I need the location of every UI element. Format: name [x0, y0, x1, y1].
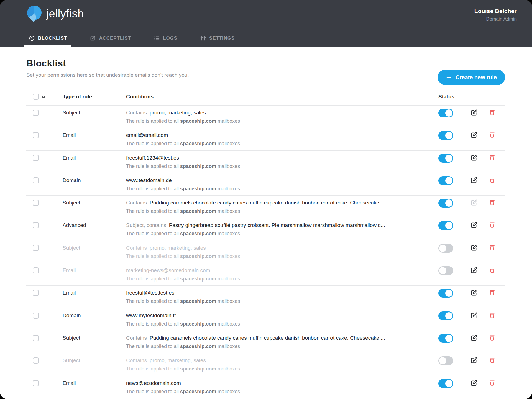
edit-icon[interactable]	[470, 244, 477, 251]
delete-icon[interactable]	[489, 267, 496, 274]
edit-icon[interactable]	[470, 222, 477, 229]
condition-prefix: Contains	[126, 357, 147, 363]
row-checkbox[interactable]	[33, 267, 39, 273]
tab-settings[interactable]: SETTINGS	[196, 31, 239, 47]
condition-prefix: Subject, contains	[126, 222, 166, 228]
table-row: Email freestuff.1234@test.es The rule is…	[26, 150, 505, 173]
edit-icon[interactable]	[470, 334, 477, 341]
status-toggle[interactable]	[438, 289, 453, 298]
applied-to-text: The rule is applied to all spaceship.com…	[126, 253, 438, 260]
condition-value: www.mytestdomain.fr	[126, 313, 176, 318]
table-row: Subject Containspromo, marketing, sales …	[26, 105, 505, 128]
status-toggle[interactable]	[438, 154, 453, 163]
condition-prefix: Contains	[126, 335, 147, 341]
list-icon	[154, 35, 160, 41]
row-checkbox[interactable]	[33, 200, 39, 206]
edit-icon[interactable]	[470, 154, 477, 161]
condition-value: news@testdomain.com	[126, 380, 181, 386]
tab-logs[interactable]: LOGS	[149, 31, 182, 47]
status-toggle[interactable]	[438, 334, 453, 343]
edit-icon[interactable]	[470, 289, 477, 296]
toggle-knob	[439, 245, 446, 252]
edit-icon[interactable]	[470, 109, 477, 116]
table-row: Email news@testdomain.com The rule is ap…	[26, 376, 505, 398]
delete-icon[interactable]	[489, 177, 496, 184]
row-checkbox[interactable]	[33, 155, 39, 161]
status-toggle[interactable]	[438, 221, 453, 230]
edit-icon[interactable]	[470, 267, 477, 274]
status-toggle[interactable]	[438, 379, 453, 388]
primary-nav: BLOCKLIST ACCEPTLIST LOGS	[24, 31, 253, 47]
status-toggle[interactable]	[438, 131, 453, 140]
edit-icon[interactable]	[470, 357, 477, 364]
status-toggle[interactable]	[438, 311, 453, 320]
condition-prefix: Contains	[126, 110, 147, 116]
select-all-checkbox[interactable]	[33, 94, 39, 100]
column-header-type: Type of rule	[63, 94, 126, 100]
delete-icon[interactable]	[489, 289, 496, 296]
edit-icon[interactable]	[470, 132, 477, 139]
status-toggle[interactable]	[438, 266, 453, 275]
delete-icon[interactable]	[489, 199, 496, 206]
delete-icon[interactable]	[489, 312, 496, 319]
status-toggle[interactable]	[438, 176, 453, 185]
applied-to-text: The rule is applied to all spaceship.com…	[126, 343, 438, 350]
tab-blocklist[interactable]: BLOCKLIST	[24, 31, 71, 47]
rule-condition: www.testdomain.de	[126, 177, 438, 184]
row-checkbox[interactable]	[33, 380, 39, 386]
condition-value: email@email.com	[126, 132, 168, 138]
row-checkbox[interactable]	[33, 110, 39, 116]
brand: jellyfish	[26, 5, 84, 22]
delete-icon[interactable]	[489, 109, 496, 116]
tab-acceptlist[interactable]: ACCEPTLIST	[85, 31, 135, 47]
row-checkbox[interactable]	[33, 357, 39, 364]
delete-icon[interactable]	[489, 132, 496, 139]
applied-to-text: The rule is applied to all spaceship.com…	[126, 140, 438, 147]
delete-icon[interactable]	[489, 154, 496, 161]
row-checkbox[interactable]	[33, 290, 39, 296]
rule-type: Email	[63, 155, 126, 173]
row-checkbox[interactable]	[33, 132, 39, 138]
row-checkbox[interactable]	[33, 335, 39, 341]
table-row: Subject ContainsPudding caramels chocola…	[26, 331, 505, 353]
applied-to-text: The rule is applied to all spaceship.com…	[126, 366, 438, 372]
rule-condition: email@email.com	[126, 132, 438, 139]
user-info[interactable]: Louise Belcher Domain Admin	[474, 8, 517, 22]
toggle-knob	[445, 109, 452, 117]
status-toggle[interactable]	[438, 244, 453, 253]
delete-icon[interactable]	[489, 380, 496, 387]
edit-icon[interactable]	[470, 312, 477, 319]
delete-icon[interactable]	[489, 357, 496, 364]
create-new-rule-button[interactable]: Create new rule	[438, 70, 505, 85]
delete-icon[interactable]	[489, 244, 496, 251]
row-checkbox[interactable]	[33, 177, 39, 183]
applied-to-text: The rule is applied to all spaceship.com…	[126, 231, 438, 237]
user-role: Domain Admin	[474, 16, 517, 22]
rule-type: Subject	[63, 335, 126, 353]
edit-icon[interactable]	[470, 380, 477, 387]
status-toggle[interactable]	[438, 109, 453, 117]
rule-condition: ContainsPudding caramels chocolate candy…	[126, 200, 438, 206]
table-row: Subject Containspromo, marketing, sales …	[26, 241, 505, 263]
status-toggle[interactable]	[438, 356, 453, 365]
table-row: Advanced Subject, containsPastry gingerb…	[26, 218, 505, 240]
toggle-knob	[445, 132, 452, 139]
condition-value: promo, marketing, sales	[150, 110, 206, 116]
page-title: Blocklist	[26, 58, 505, 69]
edit-icon[interactable]	[470, 177, 477, 184]
delete-icon[interactable]	[489, 334, 496, 341]
edit-icon[interactable]	[470, 199, 477, 206]
status-toggle[interactable]	[438, 199, 453, 208]
rule-condition: Containspromo, marketing, sales	[126, 109, 438, 116]
chevron-down-icon[interactable]	[41, 95, 46, 99]
condition-value: www.testdomain.de	[126, 177, 172, 183]
rule-type: Email	[63, 380, 126, 398]
row-checkbox[interactable]	[33, 245, 39, 251]
rule-type: Domain	[63, 312, 126, 331]
condition-prefix: Contains	[126, 200, 147, 206]
row-checkbox[interactable]	[33, 313, 39, 319]
rule-condition: Containspromo, marketing, sales	[126, 245, 438, 251]
row-checkbox[interactable]	[33, 222, 39, 228]
delete-icon[interactable]	[489, 222, 496, 229]
rule-condition: freestuff.1234@test.es	[126, 155, 438, 161]
